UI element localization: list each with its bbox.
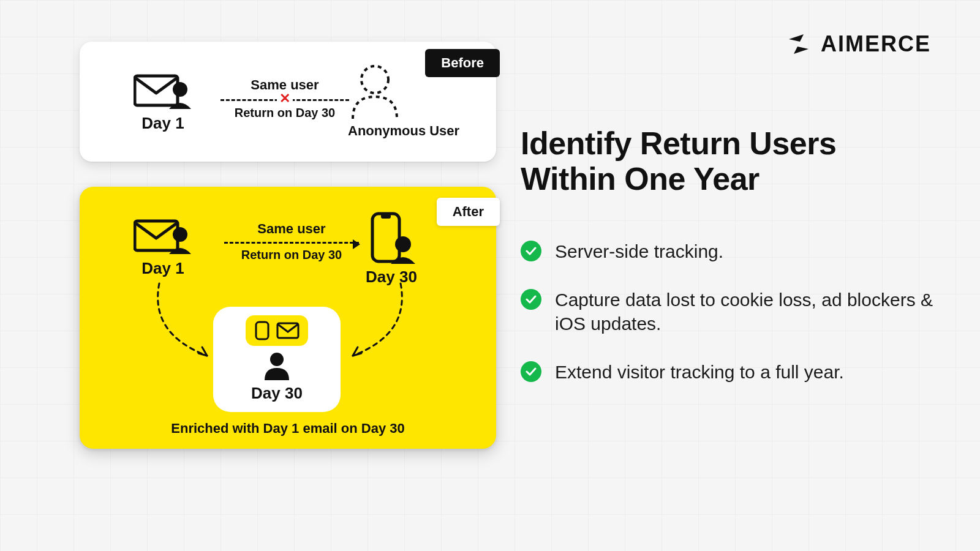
svg-rect-8 (256, 322, 268, 339)
before-day1: Day 1 (134, 71, 192, 133)
bullet-item: Server-side tracking. (521, 239, 937, 263)
anon-label: Anonymous User (348, 124, 459, 138)
bullet-text: Server-side tracking. (555, 239, 723, 263)
user-icon (262, 351, 292, 381)
after-day1: Day 1 (134, 216, 192, 278)
email-icon (276, 322, 300, 339)
broken-link-icon: ✕ (277, 91, 293, 107)
curve-arrow-right (343, 279, 435, 370)
svg-rect-5 (372, 214, 399, 261)
day1-label: Day 1 (134, 114, 192, 133)
after-panel: After Day 1 Same user Return on Day 30 (80, 187, 496, 449)
brand-logo-icon (785, 31, 812, 58)
return-label: Return on Day 30 (224, 248, 359, 262)
bullet-item: Extend visitor tracking to a full year. (521, 360, 937, 384)
check-icon (521, 241, 541, 261)
headline: Identify Return Users Within One Year (521, 126, 937, 197)
user-phone-icon (364, 211, 419, 266)
bullet-list: Server-side tracking. Capture data lost … (521, 239, 937, 384)
svg-point-1 (173, 82, 187, 97)
bullet-text: Extend visitor tracking to a full year. (555, 360, 844, 384)
after-top-arrow (224, 242, 359, 244)
anonymous-user-icon (348, 62, 402, 121)
check-icon (521, 289, 541, 310)
after-day30: Day 30 (364, 211, 419, 287)
phone-icon (254, 320, 270, 341)
before-flow: Same user ✕ Return on Day 30 (221, 77, 349, 120)
after-caption: Enriched with Day 1 email on Day 30 (80, 421, 496, 437)
user-email-icon (134, 216, 192, 255)
user-email-icon (134, 71, 192, 110)
svg-point-7 (395, 236, 411, 252)
bullet-item: Capture data lost to cookie loss, ad blo… (521, 288, 937, 335)
brand-logo: AIMERCE (785, 31, 931, 58)
check-icon (521, 361, 541, 382)
svg-point-2 (361, 66, 388, 93)
svg-point-4 (173, 227, 187, 242)
after-tag: After (437, 198, 500, 226)
return-label: Return on Day 30 (221, 106, 349, 120)
brand-name: AIMERCE (821, 31, 931, 57)
same-user-label: Same user (224, 221, 359, 237)
before-anon: Anonymous User (348, 62, 459, 138)
device-email-badge (246, 315, 308, 346)
enrich-day-label: Day 30 (251, 384, 303, 403)
bullet-text: Capture data lost to cookie loss, ad blo… (555, 288, 937, 335)
svg-rect-6 (381, 214, 391, 219)
before-panel: Before Day 1 Same user ✕ Return on Day 3… (80, 42, 496, 162)
enrich-card: Day 30 (213, 307, 341, 412)
after-flow: Same user (224, 221, 359, 237)
day1-label: Day 1 (134, 259, 192, 278)
info-column: Identify Return Users Within One Year Se… (521, 126, 937, 384)
svg-point-10 (270, 353, 284, 366)
